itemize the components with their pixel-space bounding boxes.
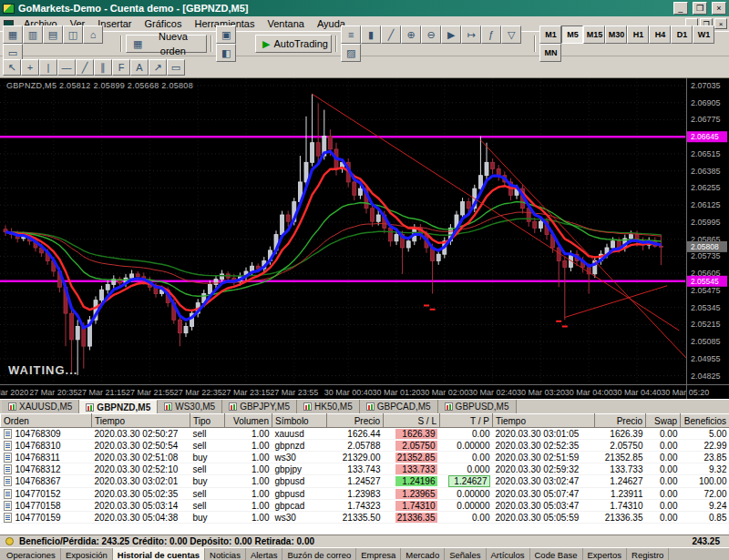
zoom-in-button[interactable]: ⊕ bbox=[401, 25, 421, 44]
tab-alertas[interactable]: Alertas bbox=[246, 548, 283, 560]
open-time: 2020.03.30 05:02:35 bbox=[92, 488, 190, 500]
bar-chart-button[interactable]: ≡ bbox=[341, 25, 361, 44]
timeframe-m15-button[interactable]: M15 bbox=[583, 25, 605, 44]
history-row[interactable]: 1047683672020.03.30 03:02:01buy1.00gbpus… bbox=[1, 475, 729, 488]
chart-tab-xauusd-m5[interactable]: XAUUSD,M5 bbox=[2, 400, 79, 413]
navigator-button[interactable]: ⌂ bbox=[83, 25, 103, 44]
profiles-button[interactable]: ▥ bbox=[23, 25, 43, 44]
chart-tab-hk50-m5[interactable]: HK50,M5 bbox=[297, 400, 360, 413]
tab-expertos[interactable]: Expertos bbox=[583, 548, 628, 560]
metaeditor-button[interactable]: ◧ bbox=[216, 44, 236, 62]
history-col-orden[interactable]: Orden bbox=[1, 414, 92, 428]
new-chart-button[interactable]: ▦ bbox=[3, 25, 23, 44]
shapes-button[interactable]: ▭ bbox=[167, 59, 185, 76]
ea-status-label: WAITING... bbox=[8, 363, 77, 377]
tab-articulos[interactable]: Artículos bbox=[487, 548, 530, 560]
crosshair-button[interactable]: + bbox=[21, 59, 39, 76]
history-row[interactable]: 1047683102020.03.30 02:50:54sell1.00gbpn… bbox=[1, 440, 729, 452]
chart-tab-gbpnzd-m5[interactable]: GBPNZD,M5 bbox=[79, 400, 158, 413]
auto-scroll-button[interactable]: ▶ bbox=[441, 25, 461, 44]
timeframe-m5-button[interactable]: M5 bbox=[561, 25, 583, 44]
chart-tab-ws30-m5[interactable]: WS30,M5 bbox=[158, 400, 222, 413]
history-col-tiempo[interactable]: Tiempo bbox=[493, 414, 595, 428]
window-close-button[interactable]: × bbox=[712, 2, 726, 15]
history-col-s-l[interactable]: S / L bbox=[384, 414, 440, 428]
order-doc-icon bbox=[4, 429, 12, 439]
timeframe-h4-button[interactable]: H4 bbox=[649, 25, 671, 44]
tab-empresa[interactable]: Empresa bbox=[356, 548, 401, 560]
fibonacci-retracement-button[interactable]: F bbox=[112, 59, 130, 76]
timeframe-mn-button[interactable]: MN bbox=[539, 44, 561, 62]
history-row[interactable]: 1047701522020.03.30 05:02:35sell1.00gbpu… bbox=[1, 488, 729, 500]
timeframe-m30-button[interactable]: M30 bbox=[605, 25, 627, 44]
autotrading-button[interactable]: ▶ AutoTrading bbox=[255, 35, 332, 53]
menu-ventana[interactable]: Ventana bbox=[262, 17, 311, 30]
tab-mercado[interactable]: Mercado bbox=[401, 548, 445, 560]
tab-registro[interactable]: Registro bbox=[627, 548, 669, 560]
indicators-list-button[interactable]: ƒ bbox=[481, 25, 501, 44]
price-axis[interactable] bbox=[687, 78, 729, 384]
tab-historial-de-cuentas[interactable]: Historial de cuentas bbox=[113, 548, 205, 560]
vertical-line-button[interactable]: | bbox=[39, 59, 57, 76]
history-row[interactable]: 1047683122020.03.30 02:52:10sell1.00gbpj… bbox=[1, 463, 729, 475]
stop-loss: 133.733 bbox=[384, 463, 440, 475]
symbol: gbpusd bbox=[272, 475, 327, 488]
chart-tab-gbpcad-m5[interactable]: GBPCAD,M5 bbox=[360, 400, 438, 413]
history-col-tipo[interactable]: Tipo bbox=[190, 414, 225, 428]
horizontal-line-button[interactable]: — bbox=[57, 59, 76, 76]
window-restore-button[interactable]: ❒ bbox=[693, 2, 707, 15]
tab-exposicion[interactable]: Exposición bbox=[61, 548, 113, 560]
arrow-object-button[interactable]: ↗ bbox=[149, 59, 167, 76]
tab-noticias[interactable]: Noticias bbox=[205, 548, 246, 560]
open-price: 1626.44 bbox=[327, 428, 384, 440]
volume: 1.00 bbox=[225, 488, 272, 500]
market-watch-button[interactable]: ▤ bbox=[43, 25, 63, 44]
history-row[interactable]: 1047701592020.03.30 05:04:38buy1.00ws302… bbox=[1, 512, 729, 524]
tab-code-base[interactable]: Code Base bbox=[530, 548, 583, 560]
text-label-button[interactable]: A bbox=[130, 59, 149, 76]
time-axis[interactable] bbox=[0, 384, 729, 399]
take-profit: 0.00 bbox=[440, 428, 493, 440]
history-row[interactable]: 1047683092020.03.30 02:50:27sell1.00xauu… bbox=[1, 428, 729, 440]
menu-graficos[interactable]: Gráficos bbox=[139, 17, 189, 30]
new-order-button[interactable]: ▦ Nueva orden bbox=[126, 35, 207, 53]
history-row[interactable]: 1047701582020.03.30 05:03:14sell1.00gbpc… bbox=[1, 500, 729, 512]
history-col-tiempo[interactable]: Tiempo bbox=[92, 414, 190, 428]
history-row[interactable]: 1047683112020.03.30 02:51:08buy1.00ws302… bbox=[1, 452, 729, 463]
history-col-beneficios[interactable]: Beneficios bbox=[681, 414, 729, 428]
cursor-icon: ↖ bbox=[7, 62, 15, 73]
history-col-swap[interactable]: Swap bbox=[646, 414, 681, 428]
tab-buzon-de-correo[interactable]: Buzón de correo bbox=[282, 548, 356, 560]
chart-tab-gbpusd-m5[interactable]: GBPUSD,M5 bbox=[438, 400, 517, 413]
order-type: buy bbox=[190, 452, 225, 463]
history-col-precio[interactable]: Precio bbox=[327, 414, 384, 428]
auto-scroll-icon: ▶ bbox=[447, 29, 455, 40]
data-window-button[interactable]: ◫ bbox=[63, 25, 83, 44]
timeframe-h1-button[interactable]: H1 bbox=[627, 25, 649, 44]
chart-canvas[interactable]: 2.070352.069052.067752.066452.065152.063… bbox=[0, 78, 729, 399]
open-time: 2020.03.30 05:04:38 bbox=[92, 512, 190, 524]
zoom-out-button[interactable]: ⊖ bbox=[421, 25, 441, 44]
strategy-tester-button[interactable]: ▣ bbox=[216, 25, 236, 44]
history-col-volumen[interactable]: Volumen bbox=[225, 414, 272, 428]
chart-shift-button[interactable]: ↦ bbox=[461, 25, 481, 44]
trendline-button[interactable]: ╱ bbox=[76, 59, 94, 76]
tab-operaciones[interactable]: Operaciones bbox=[2, 548, 61, 560]
window-minimize-button[interactable]: _ bbox=[673, 2, 688, 15]
timeframe-d1-button[interactable]: D1 bbox=[671, 25, 693, 44]
open-price: 21335.50 bbox=[327, 512, 384, 524]
periods-button[interactable]: ▽ bbox=[501, 25, 521, 44]
tab-senales[interactable]: Señales bbox=[445, 548, 486, 560]
history-col-t-p[interactable]: T / P bbox=[440, 414, 493, 428]
history-col-simbolo[interactable]: Símbolo bbox=[272, 414, 327, 428]
timeframe-m1-button[interactable]: M1 bbox=[539, 25, 561, 44]
line-chart-button[interactable]: ╱ bbox=[381, 25, 401, 44]
profiles-icon: ▥ bbox=[28, 29, 37, 40]
timeframe-w1-button[interactable]: W1 bbox=[693, 25, 714, 44]
candlestick-chart-button[interactable]: ▮ bbox=[361, 25, 381, 44]
cursor-button[interactable]: ↖ bbox=[3, 59, 21, 76]
templates-button[interactable]: ▨ bbox=[341, 44, 361, 62]
chart-tab-gbpjpy-m5[interactable]: GBPJPY,M5 bbox=[222, 400, 297, 413]
history-col-precio[interactable]: Precio bbox=[595, 414, 646, 428]
equidistant-channel-button[interactable]: ∥ bbox=[94, 59, 112, 76]
